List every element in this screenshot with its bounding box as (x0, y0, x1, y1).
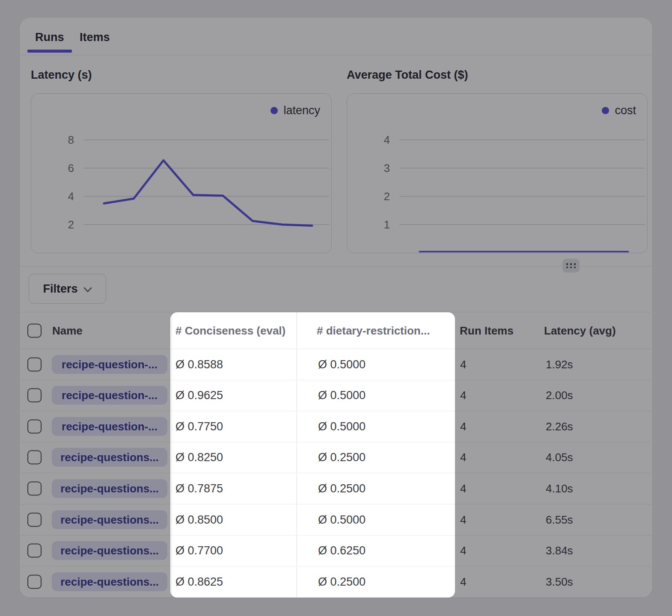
column-header-latency-avg[interactable]: Latency (avg) (544, 324, 616, 337)
cost-chart-title: Average Total Cost ($) (347, 68, 468, 82)
conciseness-score-cell: Ø 0.8500 (175, 513, 223, 527)
drag-handle[interactable] (562, 259, 580, 272)
row-checkbox[interactable] (27, 388, 42, 403)
table-row[interactable]: recipe-questions... Ø 0.7700 Ø 0.6250 4 … (19, 535, 653, 566)
dietary-restriction-score-cell: Ø 0.2500 (318, 575, 366, 589)
svg-text:4: 4 (68, 190, 74, 203)
latency-legend: latency (271, 104, 320, 117)
tabs-divider (20, 55, 652, 55)
run-name-badge[interactable]: recipe-questions... (52, 572, 167, 591)
svg-text:3: 3 (384, 162, 390, 175)
run-items-cell: 4 (460, 544, 466, 557)
run-items-cell: 4 (460, 451, 466, 464)
runs-dashboard: Runs Items Latency (s) Average Total Cos… (0, 0, 672, 616)
row-checkbox[interactable] (27, 420, 42, 434)
table-row[interactable]: recipe-questions... Ø 0.8500 Ø 0.5000 4 … (19, 504, 653, 536)
conciseness-score-cell: Ø 0.8250 (175, 451, 223, 464)
filters-button[interactable]: Filters (29, 274, 106, 304)
dietary-restriction-score-cell: Ø 0.5000 (318, 513, 366, 527)
run-items-cell: 4 (460, 358, 466, 371)
row-checkbox[interactable] (27, 482, 42, 496)
conciseness-score-cell: Ø 0.8625 (175, 575, 223, 589)
column-header-dietary-restriction[interactable]: # dietary-restriction... (317, 324, 430, 337)
latency-chart: 8642 latency (31, 93, 332, 253)
latency-avg-cell: 3.50s (546, 575, 573, 589)
run-name-badge[interactable]: recipe-question-... (52, 355, 167, 374)
latency-avg-cell: 2.26s (546, 420, 573, 433)
dietary-restriction-score-cell: Ø 0.5000 (318, 358, 366, 371)
latency-avg-cell: 4.10s (546, 482, 573, 495)
select-all-checkbox[interactable] (27, 323, 42, 338)
conciseness-score-cell: Ø 0.9625 (175, 389, 223, 402)
column-separator (171, 312, 172, 597)
table-row[interactable]: recipe-questions... Ø 0.7875 Ø 0.2500 4 … (19, 473, 653, 504)
cost-line-chart: 4321 (347, 94, 647, 252)
dietary-restriction-score-cell: Ø 0.2500 (318, 482, 366, 495)
latency-line-chart: 8642 (31, 94, 331, 252)
legend-label: latency (283, 104, 320, 117)
svg-text:2: 2 (68, 218, 74, 231)
run-name-badge[interactable]: recipe-questions... (52, 479, 167, 498)
latency-avg-cell: 6.55s (546, 513, 573, 527)
table-row[interactable]: recipe-question-... Ø 0.9625 Ø 0.5000 4 … (19, 380, 653, 411)
row-checkbox[interactable] (27, 358, 42, 372)
dietary-restriction-score-cell: Ø 0.2500 (318, 451, 366, 464)
column-separator (296, 312, 297, 597)
svg-text:6: 6 (68, 162, 74, 175)
svg-text:2: 2 (384, 190, 390, 203)
filters-button-label: Filters (43, 282, 77, 296)
latency-avg-cell: 3.84s (546, 544, 573, 557)
run-name-badge[interactable]: recipe-question-... (52, 386, 167, 405)
row-checkbox[interactable] (27, 575, 42, 589)
svg-text:1: 1 (384, 218, 390, 231)
dietary-restriction-score-cell: Ø 0.6250 (318, 544, 366, 557)
tab-runs[interactable]: Runs (35, 31, 64, 44)
chevron-down-icon (83, 287, 92, 293)
column-header-conciseness[interactable]: # Conciseness (eval) (175, 324, 285, 337)
legend-dot-icon (271, 107, 278, 114)
dietary-restriction-score-cell: Ø 0.5000 (318, 389, 366, 402)
row-checkbox[interactable] (27, 450, 42, 465)
table-row[interactable]: recipe-question-... Ø 0.8588 Ø 0.5000 4 … (19, 349, 653, 380)
legend-dot-icon (602, 107, 609, 114)
run-items-cell: 4 (460, 575, 466, 589)
active-tab-underline (27, 50, 72, 53)
cost-chart: 4321 cost (347, 93, 648, 253)
column-header-name[interactable]: Name (52, 324, 83, 337)
tab-items[interactable]: Items (80, 31, 110, 44)
conciseness-score-cell: Ø 0.7750 (175, 420, 223, 433)
section-divider (20, 266, 652, 267)
dietary-restriction-score-cell: Ø 0.5000 (318, 420, 366, 433)
table-row[interactable]: recipe-question-... Ø 0.7750 Ø 0.5000 4 … (19, 411, 653, 442)
column-header-run-items[interactable]: Run Items (460, 324, 514, 337)
table-row[interactable]: recipe-questions... Ø 0.8625 Ø 0.2500 4 … (19, 566, 653, 598)
svg-text:4: 4 (384, 133, 390, 146)
grip-dots-icon (566, 263, 576, 268)
svg-text:8: 8 (68, 133, 74, 146)
latency-avg-cell: 2.00s (546, 389, 573, 402)
run-items-cell: 4 (460, 513, 466, 527)
table-header-row: Name # Conciseness (eval) # dietary-rest… (19, 312, 653, 349)
run-name-badge[interactable]: recipe-question-... (52, 417, 167, 436)
conciseness-score-cell: Ø 0.8588 (175, 358, 223, 371)
latency-avg-cell: 1.92s (546, 358, 573, 371)
run-items-cell: 4 (460, 420, 466, 433)
cost-legend: cost (602, 104, 636, 117)
run-items-cell: 4 (460, 482, 466, 495)
run-name-badge[interactable]: recipe-questions... (52, 541, 167, 560)
run-name-badge[interactable]: recipe-questions... (52, 448, 167, 467)
legend-label: cost (615, 104, 636, 117)
table-row[interactable]: recipe-questions... Ø 0.8250 Ø 0.2500 4 … (19, 442, 653, 473)
run-items-cell: 4 (460, 389, 466, 402)
conciseness-score-cell: Ø 0.7875 (175, 482, 223, 495)
latency-avg-cell: 4.05s (546, 451, 573, 464)
row-checkbox[interactable] (27, 544, 42, 558)
row-checkbox[interactable] (27, 513, 42, 527)
latency-chart-title: Latency (s) (31, 68, 92, 82)
conciseness-score-cell: Ø 0.7700 (175, 544, 223, 557)
run-name-badge[interactable]: recipe-questions... (52, 510, 167, 529)
